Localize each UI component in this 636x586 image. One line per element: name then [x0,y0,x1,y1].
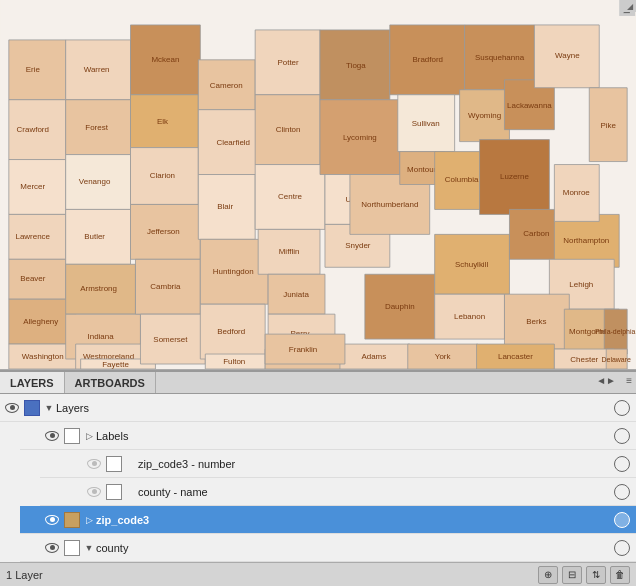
svg-text:Schuylkill: Schuylkill [455,260,488,269]
svg-text:Franklin: Franklin [289,345,317,354]
layer-row-labels[interactable]: ▷ Labels [20,422,636,450]
expand-arrow-layers[interactable]: ▼ [42,401,56,415]
svg-text:Susquehanna: Susquehanna [475,53,525,62]
svg-text:Pike: Pike [600,121,616,130]
color-swatch-layers [24,400,40,416]
svg-text:Washington: Washington [22,352,64,361]
svg-text:Montour: Montour [407,165,437,174]
svg-text:Huntingdon: Huntingdon [213,267,254,276]
layer-row-zip-code3[interactable]: ▷ zip_code3 [20,506,636,534]
svg-text:Elk: Elk [157,117,168,126]
svg-text:Phila-delphia: Phila-delphia [595,328,635,336]
svg-text:Blair: Blair [217,202,233,211]
panel-tabs: LAYERS ARTBOARDS ◄► ≡ [0,372,636,394]
svg-text:Fulton: Fulton [223,357,245,366]
svg-text:Potter: Potter [277,58,299,67]
visibility-icon-county-name[interactable] [84,482,104,502]
svg-text:Berks: Berks [526,317,546,326]
svg-text:Monroe: Monroe [563,188,591,197]
svg-text:Lebanon: Lebanon [454,312,485,321]
svg-text:Lycoming: Lycoming [343,133,377,142]
visibility-icon-layers[interactable] [2,398,22,418]
visibility-icon-zip-number[interactable] [84,454,104,474]
svg-text:Carbon: Carbon [523,229,549,238]
svg-text:Juniata: Juniata [283,290,309,299]
svg-text:Indiana: Indiana [88,332,115,341]
svg-text:Tioga: Tioga [346,61,366,70]
layer-name-zip-number: zip_code3 - number [138,458,614,470]
svg-text:Centre: Centre [278,192,302,201]
color-swatch-county-name [106,484,122,500]
svg-text:Erie: Erie [26,65,41,74]
svg-text:Mckean: Mckean [151,55,179,64]
svg-text:Bradford: Bradford [412,55,443,64]
layer-row-layers[interactable]: ▼ Layers [0,394,636,422]
pennsylvania-map: Erie Crawford Mercer Lawrence Beaver All… [0,0,636,369]
expand-arrow-county-name [124,485,138,499]
resize-handle[interactable]: ◢ [624,0,636,12]
svg-text:Cameron: Cameron [210,81,243,90]
svg-text:Luzerne: Luzerne [500,173,529,182]
svg-text:Jefferson: Jefferson [147,227,180,236]
move-layer-button[interactable]: ⇅ [586,566,606,584]
expand-arrow-county[interactable]: ▼ [82,541,96,555]
svg-text:Lawrence: Lawrence [15,232,50,241]
visibility-icon-county[interactable] [42,538,62,558]
layer-target-layers[interactable] [614,400,630,416]
layer-target-county-name[interactable] [614,484,630,500]
svg-text:Crawford: Crawford [17,125,49,134]
tab-layers[interactable]: LAYERS [0,372,65,393]
tab-artboards[interactable]: ARTBOARDS [65,372,156,393]
svg-text:Cambria: Cambria [150,282,181,291]
svg-text:Snyder: Snyder [345,241,371,250]
svg-text:Sullivan: Sullivan [412,119,440,128]
svg-text:Northampton: Northampton [563,236,609,245]
layer-target-county[interactable] [614,540,630,556]
layer-row-zip-number[interactable]: zip_code3 - number [40,450,636,478]
layer-row-county[interactable]: ▼ county [20,534,636,562]
svg-text:Adams: Adams [361,352,386,361]
svg-text:Lehigh: Lehigh [569,280,593,289]
expand-arrow-zip-code3[interactable]: ▷ [82,513,96,527]
svg-text:Venango: Venango [79,177,111,186]
svg-text:Lancaster: Lancaster [498,352,533,361]
svg-text:Dauphin: Dauphin [385,302,415,311]
panel-collapse-button[interactable]: ◄► [596,375,616,386]
color-swatch-zip-code3 [64,512,80,528]
svg-text:Bedford: Bedford [217,327,245,336]
trash-button[interactable]: 🗑 [610,566,630,584]
delete-layer-button[interactable]: ⊟ [562,566,582,584]
layer-target-labels[interactable] [614,428,630,444]
add-layer-button[interactable]: ⊕ [538,566,558,584]
layer-name-county: county [96,542,614,554]
svg-text:Warren: Warren [84,65,110,74]
layer-name-zip-code3: zip_code3 [96,514,614,526]
svg-text:York: York [435,352,451,361]
visibility-icon-zip-code3[interactable] [42,510,62,530]
layer-name-layers: Layers [56,402,614,414]
panel-footer: 1 Layer ⊕ ⊟ ⇅ 🗑 [0,562,636,586]
expand-arrow-zip-number [124,457,138,471]
svg-text:Lackawanna: Lackawanna [507,101,552,110]
svg-text:Clinton: Clinton [276,125,301,134]
svg-text:Fayette: Fayette [102,360,129,369]
expand-arrow-labels[interactable]: ▷ [82,429,96,443]
layers-panel: LAYERS ARTBOARDS ◄► ≡ ▼ Layers ▷ Labels [0,370,636,586]
color-swatch-labels [64,428,80,444]
svg-text:Wayne: Wayne [555,51,580,60]
svg-text:Beaver: Beaver [20,274,46,283]
svg-text:Butler: Butler [84,232,105,241]
panel-body: ▼ Layers ▷ Labels zip_code3 - number [0,394,636,562]
color-swatch-county [64,540,80,556]
svg-text:Chester: Chester [570,355,598,364]
panel-menu-button[interactable]: ≡ [626,375,632,386]
layer-target-zip-code3[interactable] [614,512,630,528]
layer-target-zip-number[interactable] [614,456,630,472]
layer-row-county-name[interactable]: county - name [40,478,636,506]
visibility-icon-labels[interactable] [42,426,62,446]
svg-text:Clarion: Clarion [150,171,175,180]
layer-count-text: 1 Layer [6,569,538,581]
svg-text:Delaware: Delaware [601,356,631,363]
svg-text:Armstrong: Armstrong [80,284,117,293]
svg-text:Mercer: Mercer [20,182,45,191]
